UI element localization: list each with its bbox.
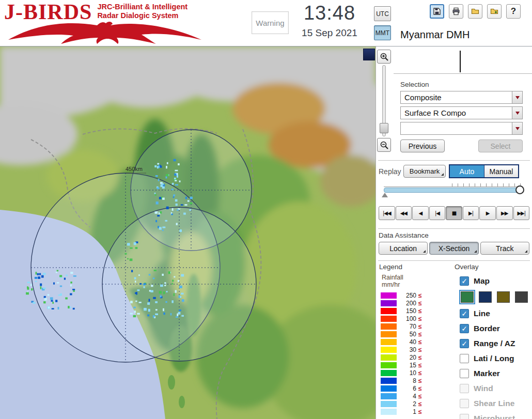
zoom-widget [377,50,391,152]
legend-color-swatch [381,378,397,384]
overlay-item-border[interactable]: Border [455,321,531,336]
divider [378,260,530,261]
map-style-swatch-3[interactable] [515,291,528,303]
legend-row: 200≤ [381,299,453,307]
playback-fast-forward-button[interactable]: ▶▶ [496,206,513,220]
clock-time: 13:48 [285,2,374,24]
print-button[interactable] [449,4,463,19]
option-dropdown[interactable] [400,122,523,135]
map-area: 450km [0,46,375,419]
legend-lte-symbol: ≤ [418,331,422,338]
open-folder-button[interactable] [468,4,482,19]
auto-mode-button[interactable]: Auto [450,165,484,177]
overlay-item-marker[interactable]: Marker [455,366,531,381]
checkbox[interactable] [460,354,469,363]
playback-play-reverse-button[interactable]: ◀ [412,206,429,220]
overlay-item-lati-long[interactable]: Lati / Long [455,351,531,366]
playback-jump-end-button[interactable]: ▶▶| [513,206,530,220]
overlay-item-wind: Wind [455,381,531,396]
chevron-down-icon[interactable] [512,122,522,134]
zoom-in-button[interactable] [377,50,391,64]
legend-lte-symbol: ≤ [418,307,422,315]
text-cursor [460,51,461,72]
overlay-item-microburst: Microburst [455,411,531,419]
logo-title: J-BIRDS [4,1,92,23]
location-button[interactable]: Location [379,242,428,255]
manual-mode-button[interactable]: Manual [484,165,518,177]
legend-value: 200 [398,300,416,307]
checkbox[interactable] [460,276,469,286]
checkbox[interactable] [460,339,469,348]
replay-timeline [384,183,525,198]
utc-button[interactable]: UTC [374,6,391,21]
legend-color-swatch [381,331,397,337]
legend-lte-symbol: ≤ [418,292,422,299]
select-button[interactable]: Select [478,139,523,152]
zoom-out-button[interactable] [377,138,391,152]
map-style-swatch-1[interactable] [479,291,492,303]
checkbox[interactable] [460,309,469,318]
legend-scale: 250≤200≤150≤100≤70≤50≤40≤30≤20≤15≤10≤8≤6… [381,291,453,415]
help-button[interactable]: ? [506,4,521,19]
checkbox[interactable] [460,369,469,378]
composite-dropdown[interactable]: Composite [400,91,523,104]
selection-label: Selection [400,81,523,88]
playback-fast-rewind-button[interactable]: ◀◀ [396,206,412,220]
legend-color-swatch [381,362,397,368]
overlay-item-range-az[interactable]: Range / AZ [455,336,531,351]
legend-title: Rainfall [382,274,453,281]
chevron-down-icon[interactable] [512,91,522,103]
station-name: Myanmar DMH [400,29,470,41]
overlay-item-line[interactable]: Line [455,306,531,321]
divider [378,160,530,161]
control-panel: Selection Composite Surface R Compo Prev… [375,46,532,419]
range-label: 450km [126,166,143,172]
bookmark-button[interactable]: Bookmark [403,165,446,178]
legend-lte-symbol: ≤ [418,323,422,330]
station-input[interactable] [394,49,532,74]
x-section-button[interactable]: X-Section [429,242,478,255]
map-corner-button[interactable] [363,49,375,60]
playback-jump-start-button[interactable]: |◀◀ [379,206,395,220]
playback-play-button[interactable]: ▶ [479,206,496,220]
product-dropdown[interactable]: Surface R Compo [400,106,523,119]
playback-step-forward-button[interactable]: ▶| [463,206,479,220]
import-button[interactable] [487,4,502,19]
mmt-button[interactable]: MMT [374,25,391,40]
legend-row: 40≤ [381,338,453,346]
timeline-position-marker [382,193,388,197]
logo-subtitle: JRC-Brilliant & Intelligent Radar Dialog… [97,3,187,20]
playback-stop-button[interactable]: ■ [446,206,462,220]
map-style-swatch-2[interactable] [497,291,510,303]
track-button[interactable]: Track [480,242,529,255]
legend-color-swatch [381,339,397,345]
save-button[interactable] [430,4,444,19]
folder-plus-icon [490,7,498,15]
overlay-item-label: Shear Line [474,399,514,408]
previous-button[interactable]: Previous [400,139,445,152]
radar-map[interactable]: 450km [0,46,375,419]
legend-value: 1 [398,408,416,415]
logo: J-BIRDS JRC-Brilliant & Intelligent Rada… [4,1,211,45]
overlay-item-map[interactable]: Map [455,273,531,288]
playback-step-back-button[interactable]: |◀ [429,206,446,220]
legend-row: 10≤ [381,369,453,377]
zoom-slider-thumb[interactable] [380,123,388,133]
legend-color-swatch [381,292,397,299]
chevron-down-icon[interactable] [512,107,522,119]
checkbox[interactable] [460,324,469,333]
map-style-swatch-0[interactable] [461,291,474,303]
timezone-toggle: UTC MMT [374,6,391,40]
overlay-items: MapLineBorderRange / AZLati / LongMarker… [455,273,531,419]
legend-row: 250≤ [381,291,453,299]
timeline-track[interactable] [384,188,521,193]
save-icon [433,7,441,15]
data-assistance-section: Data Assistance LocationX-SectionTrack [379,231,529,255]
legend-value: 30 [398,346,416,353]
help-icon: ? [511,6,516,17]
legend-value: 8 [398,377,416,384]
overlay-item-label: Lati / Long [474,354,514,363]
print-icon [452,7,460,15]
timeline-thumb[interactable] [515,185,524,194]
legend-lte-symbol: ≤ [418,385,422,392]
